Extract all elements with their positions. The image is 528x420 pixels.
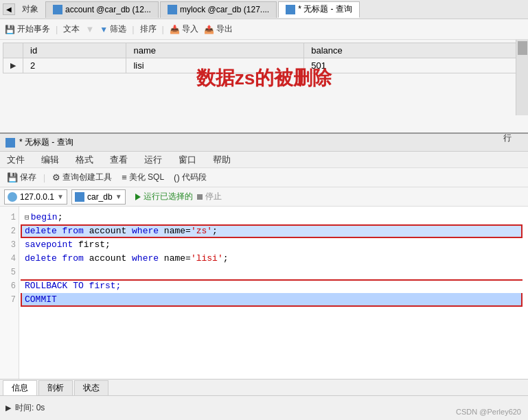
menu-view[interactable]: 查看 [107, 152, 130, 167]
table-account-2: account [89, 224, 132, 238]
kw-delete: delete [25, 224, 62, 238]
bottom-panel: * 无标题 - 查询 文件 编辑 格式 查看 运行 窗口 帮助 💾 保存 | ⚙… [0, 134, 528, 420]
menu-edit[interactable]: 编辑 [38, 152, 62, 167]
code-block-6-7-wrapper: ROLLBACK TO first; COMMIT [25, 279, 523, 307]
text-btn[interactable]: 文本 [63, 23, 80, 35]
status-tab-info[interactable]: 信息 [3, 380, 37, 395]
export-btn[interactable]: 📤 导出 [204, 23, 233, 35]
db-arrow-icon: ▼ [115, 193, 122, 200]
tab-untitled-label: * 无标题 - 查询 [298, 3, 352, 15]
transaction-icon: 💾 [4, 24, 15, 35]
sql-toolbar: 💾 保存 | ⚙ 查询创建工具 ≡ 美化 SQL () 代码段 [0, 168, 528, 187]
tab-nav-left[interactable]: ◀ [3, 3, 15, 15]
query-builder-icon: ⚙ [52, 172, 60, 183]
code-segment-btn[interactable]: () 代码段 [171, 171, 209, 184]
sep2: ▼ [85, 24, 94, 34]
deleted-message: 数据zs的被删除 [196, 65, 332, 91]
host-value: 127.0.0.1 [20, 192, 54, 202]
save-icon: 💾 [7, 172, 18, 183]
status-tabs: 信息 剖析 状态 [0, 380, 528, 396]
code-line-4: delete from account where name='lisi'; [25, 252, 523, 266]
status-tab-state[interactable]: 状态 [74, 380, 108, 395]
table-icon [53, 5, 62, 14]
menu-file[interactable]: 文件 [4, 152, 27, 167]
query-icon [286, 5, 295, 14]
run-label: 运行已选择的 [144, 191, 193, 202]
str-lisi: 'lisi' [191, 252, 223, 266]
menu-help[interactable]: 帮助 [210, 152, 233, 167]
menu-run[interactable]: 运行 [141, 152, 165, 167]
tab-mylock-label: mylock @car_db (127.... [180, 5, 269, 14]
window-icon [5, 138, 15, 148]
kw-from-2: from [62, 224, 89, 238]
beautify-icon: ≡ [122, 172, 127, 183]
window-title-bar: * 无标题 - 查询 [0, 134, 528, 152]
col-id: id [23, 43, 126, 58]
stop-icon [197, 194, 203, 200]
db-select[interactable]: car_db ▼ [71, 189, 126, 205]
sep-sql1: | [43, 173, 45, 183]
kw-rollback: ROLLBACK TO first; [25, 279, 121, 293]
top-panel: ◀ 对象 account @car_db (12... mylock @car_… [0, 0, 528, 134]
tab-account-label: account @car_db (12... [65, 5, 151, 14]
code-content[interactable]: ⊟ begin; delete from account where name=… [19, 207, 528, 379]
cell-balance: 501 [304, 58, 525, 73]
kw-savepoint: savepoint [25, 238, 78, 252]
stop-label: 停止 [205, 191, 222, 202]
code-editor[interactable]: 1 2 3 4 5 6 7 ⊟ begin; delete from accou… [0, 207, 528, 379]
collapse-icon-1[interactable]: ⊟ [25, 211, 30, 224]
code-line-3: savepoint first; [25, 238, 523, 252]
status-content: ▶ 时间: 0s [0, 396, 528, 420]
col-indicator [3, 43, 23, 58]
str-zs: 'zs' [191, 224, 212, 238]
tab-account[interactable]: account @car_db (12... [45, 1, 159, 18]
code-line-7: COMMIT [25, 293, 523, 307]
code-line-1: ⊟ begin; [25, 211, 523, 224]
code-line-6: ROLLBACK TO first; [25, 279, 523, 293]
semi-2: ; [212, 224, 218, 238]
kw-where-4: where [132, 252, 164, 266]
menu-format[interactable]: 格式 [73, 152, 96, 167]
semicolon-1: ; [58, 211, 63, 224]
code-icon: () [174, 172, 180, 183]
query-builder-btn[interactable]: ⚙ 查询创建工具 [49, 171, 115, 184]
code-line-5 [25, 266, 523, 279]
semi-4: ; [223, 252, 229, 266]
top-toolbar: 💾 开始事务 | 文本 ▼ ▼ 筛选 | 排序 | 📥 导入 📤 导出 [0, 19, 528, 40]
tab-untitled[interactable]: * 无标题 - 查询 [278, 1, 360, 18]
watermark: CSDN @Perley620 [456, 408, 521, 416]
col-name: name [126, 43, 304, 58]
db-icon [75, 192, 84, 202]
code-line-2-wrapper: delete from account where name='zs'; [25, 224, 523, 238]
kw-from-4: from [62, 252, 89, 266]
kw-begin: begin [31, 211, 58, 224]
save-btn[interactable]: 💾 保存 [4, 171, 39, 184]
start-transaction-btn[interactable]: 💾 开始事务 [4, 23, 50, 35]
menu-window[interactable]: 窗口 [176, 152, 199, 167]
connection-bar: 127.0.0.1 ▼ car_db ▼ 运行已选择的 停止 [0, 187, 528, 207]
sep1: | [56, 24, 58, 34]
import-btn[interactable]: 📥 导入 [170, 23, 198, 35]
sep4: | [162, 24, 164, 34]
table-account-4: account [89, 252, 132, 266]
row-arrow: ▶ [3, 58, 23, 73]
stop-btn[interactable]: 停止 [197, 191, 222, 202]
code-line-2: delete from account where name='zs'; [25, 224, 523, 238]
kw-where-2: where [132, 224, 164, 238]
tab-objects-label: 对象 [16, 2, 44, 16]
tab-mylock[interactable]: mylock @car_db (127.... [160, 1, 277, 18]
run-selected-btn[interactable]: 运行已选择的 [135, 191, 193, 202]
kw-delete-4: delete [25, 252, 62, 266]
beautify-btn[interactable]: ≡ 美化 SQL [119, 171, 167, 184]
cell-id: 2 [23, 58, 126, 73]
filter-btn[interactable]: ▼ 筛选 [100, 23, 126, 35]
status-tab-profiling[interactable]: 剖析 [38, 380, 73, 395]
sp-first: first; [78, 238, 111, 252]
col-balance: balance [304, 43, 525, 58]
line-numbers: 1 2 3 4 5 6 7 [0, 207, 19, 379]
right-scrollbar[interactable] [516, 40, 528, 115]
host-select[interactable]: 127.0.0.1 ▼ [4, 189, 67, 205]
window-title: * 无标题 - 查询 [19, 137, 73, 148]
sort-btn[interactable]: 排序 [140, 23, 157, 35]
scroll-thumb [518, 41, 527, 55]
